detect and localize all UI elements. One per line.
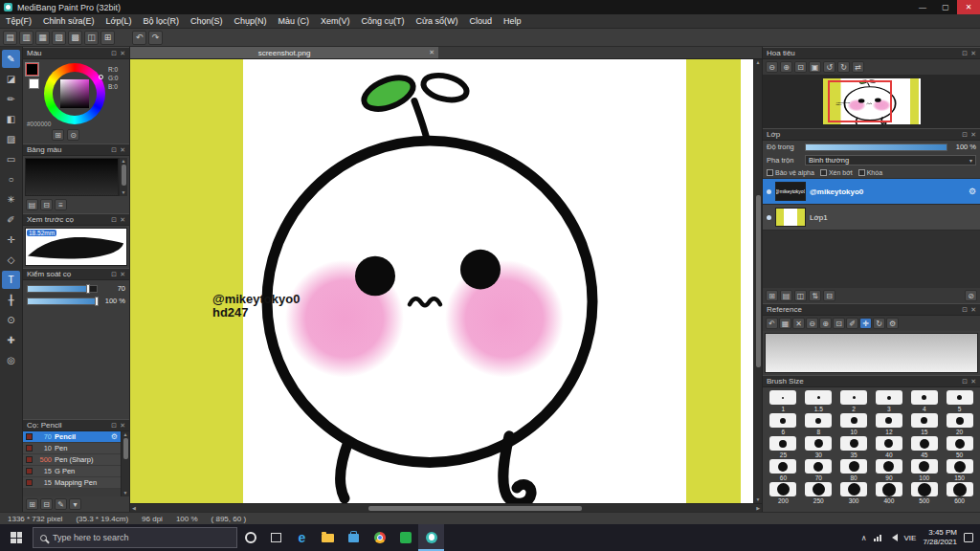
layer-option-checkbox[interactable]: Bảo vệ alpha <box>767 169 814 176</box>
brush-size-cell[interactable]: 4 <box>907 390 941 412</box>
brush-size-cell[interactable]: 1.5 <box>802 390 835 412</box>
brush-menu-icon[interactable]: ▾ <box>69 498 81 510</box>
canvas-horizontal-scrollbar[interactable]: ◀ ▶ <box>130 503 762 512</box>
ref-hand-icon[interactable]: ✛ <box>859 318 872 329</box>
scroll-thumb[interactable] <box>122 165 126 186</box>
checkbox-box[interactable] <box>820 169 827 176</box>
move-tool[interactable]: ✛ <box>2 231 20 249</box>
hand-tool[interactable]: ✚ <box>2 331 20 349</box>
magic-wand-tool[interactable]: ✳ <box>2 190 20 209</box>
delete-layer-icon[interactable]: ⊘ <box>965 290 977 301</box>
grid-icon[interactable]: ▩ <box>68 31 82 45</box>
ref-eyedropper-icon[interactable]: ✐ <box>846 318 858 329</box>
network-icon[interactable] <box>874 535 881 541</box>
canvas-vertical-scrollbar[interactable]: ▲ ▼ <box>753 59 762 503</box>
actual-pixels-icon[interactable]: ▣ <box>809 61 821 73</box>
menu-item[interactable]: Xem(V) <box>315 14 356 28</box>
menu-item[interactable]: Lớp(L) <box>100 14 138 28</box>
brush-size-cell[interactable]: 30 <box>802 436 835 458</box>
rotate-left-icon[interactable]: ↺ <box>823 61 835 73</box>
cortana-button[interactable] <box>237 524 263 551</box>
language-indicator[interactable]: VIE <box>904 534 917 542</box>
merge-down-icon[interactable]: ⇅ <box>809 290 821 301</box>
layer-option-checkbox[interactable]: Khóa <box>858 169 882 176</box>
scroll-up-icon[interactable]: ▲ <box>122 159 126 164</box>
text-tool[interactable]: T <box>2 271 20 289</box>
panel-close-icon[interactable]: ✕ <box>120 216 125 224</box>
brush-list-scrollbar[interactable]: ▲ ▼ <box>121 431 129 496</box>
open-icon[interactable]: ▥ <box>19 31 33 45</box>
layer-opacity-slider[interactable] <box>805 143 947 151</box>
palette-scrollbar[interactable]: ▲ ▼ <box>119 158 127 196</box>
panel-close-icon[interactable]: ✕ <box>120 422 125 430</box>
color-wheel[interactable] <box>44 63 105 124</box>
panel-close-icon[interactable]: ✕ <box>970 50 976 57</box>
brush-size-cell[interactable]: 20 <box>943 413 976 435</box>
delete-brush-icon[interactable]: ⊟ <box>40 498 53 510</box>
new-canvas-icon[interactable]: ▤ <box>3 31 17 45</box>
layer-visibility-dot[interactable] <box>767 189 771 194</box>
duplicate-layer-icon[interactable]: ◫ <box>794 290 807 301</box>
brush-size-cell[interactable]: 60 <box>767 459 800 481</box>
menu-item[interactable]: Bộ lọc(R) <box>137 14 185 28</box>
start-button[interactable] <box>0 524 33 551</box>
clear-layer-icon[interactable]: ⊟ <box>823 290 835 301</box>
flip-view-icon[interactable]: ⇄ <box>852 61 864 73</box>
green-app-taskbar-button[interactable] <box>392 524 418 551</box>
chrome-taskbar-button[interactable] <box>367 524 392 551</box>
scroll-thumb[interactable] <box>368 506 582 511</box>
brush-size-cell[interactable]: 12 <box>872 413 905 435</box>
palette-swatches[interactable] <box>25 158 119 196</box>
panel-float-icon[interactable]: ⊡ <box>111 216 117 224</box>
brush-row[interactable]: 10 Pen ⚙ <box>23 443 121 454</box>
brush-slider[interactable] <box>27 285 98 293</box>
brush-row[interactable]: 70 Pencil ⚙ <box>23 431 121 443</box>
background-color-swatch[interactable] <box>29 78 39 89</box>
divide-tool[interactable]: ╂ <box>2 291 20 309</box>
panel-float-icon[interactable]: ⊡ <box>111 422 117 430</box>
eyedropper-tool[interactable]: ⊙ <box>2 311 20 329</box>
slider-handle[interactable] <box>95 297 99 306</box>
menu-item[interactable]: Cửa sổ(W) <box>411 14 464 28</box>
task-view-button[interactable] <box>263 524 289 551</box>
brush-size-cell[interactable]: 6 <box>767 413 800 435</box>
brush-size-cell[interactable]: 300 <box>837 482 871 504</box>
add-color-icon[interactable]: ▤ <box>26 199 38 210</box>
eraser-tool[interactable]: ◪ <box>2 70 20 88</box>
palette-menu-icon[interactable]: ≡ <box>55 199 67 210</box>
checkbox-box[interactable] <box>767 169 773 176</box>
panel-float-icon[interactable]: ⊡ <box>962 50 968 57</box>
menu-item[interactable]: Chọn(S) <box>185 14 229 28</box>
file-explorer-taskbar-button[interactable] <box>315 524 341 551</box>
menu-item[interactable]: Chụp(N) <box>229 14 273 28</box>
fit-view-icon[interactable]: ⊡ <box>794 61 807 73</box>
brush-size-cell[interactable]: 400 <box>872 482 905 504</box>
layer-row[interactable]: Lớp1 ⚙ <box>763 205 980 231</box>
material-panel-icon[interactable]: ◫ <box>84 31 99 45</box>
edge-taskbar-button[interactable]: e <box>289 524 315 551</box>
save-icon[interactable]: ▦ <box>35 31 50 45</box>
add-folder-icon[interactable]: ▤ <box>780 290 792 301</box>
brush-size-cell[interactable]: 40 <box>872 436 905 458</box>
panel-float-icon[interactable]: ⊡ <box>962 378 968 386</box>
ref-zoom-out-icon[interactable]: ⊖ <box>806 318 818 329</box>
ref-open-icon[interactable]: ▦ <box>779 318 791 329</box>
layer-settings-icon[interactable]: ⚙ <box>969 187 976 196</box>
panel-close-icon[interactable]: ✕ <box>120 50 125 57</box>
layer-visibility-dot[interactable] <box>767 215 771 220</box>
brush-size-cell[interactable]: 35 <box>837 436 871 458</box>
brush-tool[interactable]: ✎ <box>2 50 20 68</box>
fill-tool[interactable]: ◧ <box>2 110 20 128</box>
layer-row[interactable]: @mikeytokyo0 @mikeytokyo0 ⚙ <box>763 179 980 205</box>
scroll-down-icon[interactable]: ▼ <box>123 491 128 496</box>
redo-icon[interactable]: ↷ <box>148 31 163 45</box>
panel-float-icon[interactable]: ⊡ <box>111 271 117 278</box>
tab-close-icon[interactable]: ✕ <box>429 49 434 56</box>
navigator-thumbnail[interactable] <box>823 78 921 124</box>
transform-tool[interactable]: ◇ <box>2 251 20 269</box>
select-pen-tool[interactable]: ✐ <box>2 210 20 229</box>
zoom-in-icon[interactable]: ⊕ <box>780 61 792 73</box>
brush-size-cell[interactable]: 50 <box>943 436 976 458</box>
brush-size-cell[interactable]: 500 <box>907 482 941 504</box>
brush-size-cell[interactable]: 5 <box>943 390 976 412</box>
